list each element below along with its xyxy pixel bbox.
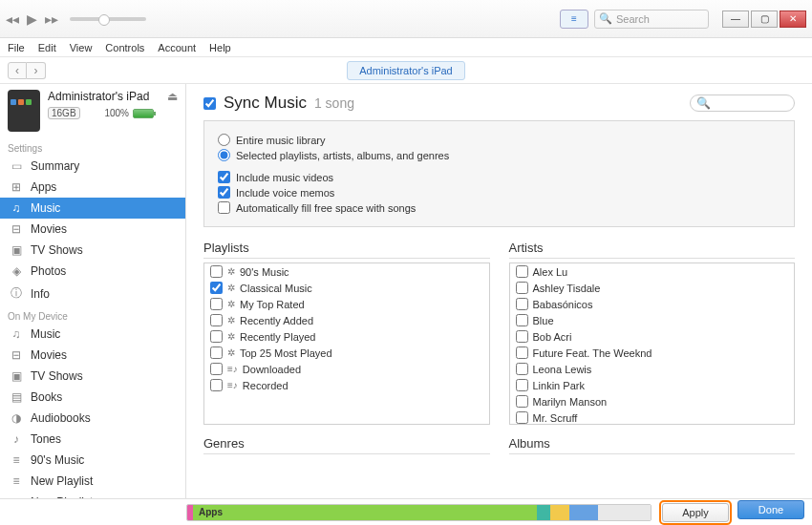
sidebar-item-new-playlist[interactable]: ≡New Playlist [0,492,185,498]
sidebar-item-apps[interactable]: ⊞Apps [0,177,185,198]
sidebar-item-label: TV Shows [31,243,83,257]
artist-checkbox[interactable] [516,330,528,343]
artist-checkbox[interactable] [516,265,528,278]
sidebar-item-icon: ≡ [10,474,23,488]
artist-checkbox[interactable] [516,346,528,359]
heading-albums: Albums [509,436,796,454]
capacity-badge: 16GB [48,107,80,119]
artist-checkbox[interactable] [516,395,528,408]
playlist-checkbox[interactable] [210,346,223,359]
sidebar-item-music[interactable]: ♫Music [0,324,185,345]
playlist-checkbox[interactable] [210,298,223,310]
playlist-checkbox[interactable] [210,363,223,375]
volume-slider[interactable] [70,17,146,21]
menu-account[interactable]: Account [158,42,196,53]
device-breadcrumb[interactable]: Administrator's iPad [347,61,464,80]
queue-button[interactable]: ≡ [560,10,588,29]
search-placeholder: Search [616,13,650,25]
battery-icon [133,109,154,118]
artist-row[interactable]: Blue [510,312,795,328]
sidebar-item-icon: ▣ [10,369,23,383]
sidebar-item-icon: ⓘ [10,285,23,302]
apply-button[interactable]: Apply [662,503,729,522]
playlist-checkbox[interactable] [210,330,223,343]
artist-row[interactable]: Bob Acri [510,328,795,345]
content-search[interactable]: 🔍 [690,94,795,112]
sidebar-item-music[interactable]: ♫Music [0,198,185,219]
sidebar-item-info[interactable]: ⓘInfo [0,282,185,305]
smart-playlist-icon: ✲ [227,283,235,293]
playlist-row[interactable]: ✲Classical Music [204,280,489,296]
sidebar-item-label: Music [31,327,60,341]
playlist-row[interactable]: ✲90's Music [204,263,489,280]
menu-view[interactable]: View [70,42,93,53]
maximize-button[interactable]: ▢ [751,10,778,28]
window-buttons: — ▢ ✕ [722,10,806,28]
artist-row[interactable]: Future Feat. The Weeknd [510,345,795,361]
radio-entire-library[interactable] [218,134,230,146]
eject-icon[interactable]: ⏏ [167,90,178,103]
playlist-checkbox[interactable] [210,314,223,326]
play-icon[interactable]: ▶ [27,11,37,27]
menu-edit[interactable]: Edit [38,42,56,53]
capacity-bar: Apps [186,504,652,521]
close-button[interactable]: ✕ [780,10,806,28]
heading-genres: Genres [203,436,490,454]
sidebar-item-photos[interactable]: ◈Photos [0,261,185,282]
sidebar-item-movies[interactable]: ⊟Movies [0,219,185,240]
sync-music-checkbox[interactable] [203,97,216,110]
back-button[interactable]: ‹ [8,62,27,79]
menu-controls[interactable]: Controls [105,42,144,53]
sidebar-item-audiobooks[interactable]: ◑Audiobooks [0,408,185,429]
playlist-checkbox[interactable] [210,282,223,294]
sidebar-item-icon: ⊟ [10,348,23,362]
sidebar-item-summary[interactable]: ▭Summary [0,156,185,177]
artists-list[interactable]: Alex LuAshley TisdaleBabasónicosBlueBob … [509,262,796,425]
artist-row[interactable]: Marilyn Manson [510,393,795,410]
artist-checkbox[interactable] [516,282,528,294]
sidebar-item-movies[interactable]: ⊟Movies [0,345,185,366]
playlist-checkbox[interactable] [210,379,223,391]
artist-checkbox[interactable] [516,363,528,375]
artist-row[interactable]: Leona Lewis [510,361,795,377]
playlist-row[interactable]: ✲Recently Played [204,328,489,345]
sidebar-item-tones[interactable]: ♪Tones [0,429,185,450]
sidebar-item-tv-shows[interactable]: ▣TV Shows [0,240,185,261]
radio-selected-items[interactable] [218,149,230,161]
sidebar-item-label: New Playlist [31,474,93,488]
playlist-row[interactable]: ≡♪Downloaded [204,361,489,377]
prev-track-icon[interactable]: ◂◂ [6,11,19,27]
forward-button[interactable]: › [27,62,46,79]
playlist-row[interactable]: ✲My Top Rated [204,296,489,312]
artist-checkbox[interactable] [516,411,528,424]
artist-label: Leona Lewis [533,364,592,375]
artist-row[interactable]: Linkin Park [510,377,795,393]
sidebar-item-90-s-music[interactable]: ≡90's Music [0,450,185,471]
playlists-list[interactable]: ✲90's Music✲Classical Music✲My Top Rated… [203,262,490,425]
playlist-row[interactable]: ✲Recently Added [204,312,489,328]
playlist-row[interactable]: ≡♪Recorded [204,377,489,393]
checkbox-voice-memos[interactable] [218,186,230,199]
artist-row[interactable]: Alex Lu [510,263,795,280]
next-track-icon[interactable]: ▸▸ [45,11,58,27]
playlist-row[interactable]: ✲Top 25 Most Played [204,345,489,361]
global-search[interactable]: 🔍 Search [594,10,709,29]
artist-row[interactable]: Ashley Tisdale [510,280,795,296]
sidebar-item-tv-shows[interactable]: ▣TV Shows [0,366,185,387]
artist-row[interactable]: Babasónicos [510,296,795,312]
done-button[interactable]: Done [737,500,804,519]
checkbox-music-videos[interactable] [218,171,230,183]
menu-file[interactable]: File [8,42,25,53]
artist-label: Alex Lu [533,266,568,278]
artist-checkbox[interactable] [516,314,528,326]
checkbox-autofill[interactable] [218,201,230,214]
sidebar-item-label: Movies [31,348,67,362]
sidebar-item-new-playlist[interactable]: ≡New Playlist [0,471,185,492]
minimize-button[interactable]: — [722,10,749,28]
menu-help[interactable]: Help [209,42,231,53]
artist-row[interactable]: Mr. Scruff [510,410,795,425]
playlist-checkbox[interactable] [210,265,223,278]
artist-checkbox[interactable] [516,298,528,310]
sidebar-item-books[interactable]: ▤Books [0,387,185,408]
artist-checkbox[interactable] [516,379,528,391]
